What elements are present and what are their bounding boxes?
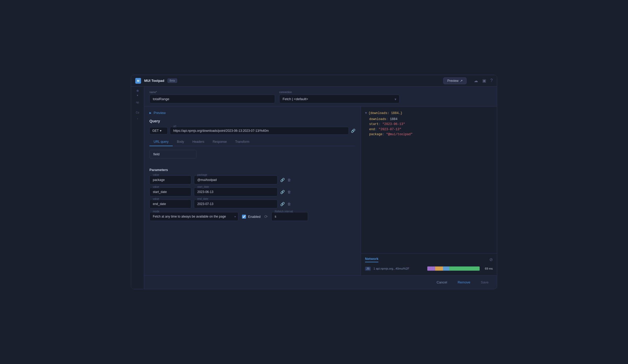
enabled-checkbox[interactable]: Enabled [242,215,261,219]
network-bar-seg-2 [435,266,443,271]
external-link-icon: ↗ [460,79,463,83]
preview-toggle-label: Preview [154,111,166,115]
tab-transform[interactable]: Transform [231,138,254,146]
preview-button[interactable]: Preview ↗ [443,77,467,84]
name-label: name* [149,91,275,94]
tab-body[interactable]: Body [173,138,188,146]
param-1-link-icon[interactable]: 🔗 [280,178,285,182]
monitor-icon[interactable]: ▣ [482,78,486,83]
json-line-2: start: "2023-06-13" [369,122,493,127]
query-title: Query [149,119,355,123]
param-1-actions: 🔗 🗑 [280,178,291,182]
connection-select[interactable]: Fetch | <default> [279,95,400,103]
mode-label: mode [152,210,160,213]
param-2-link-icon[interactable]: 🔗 [280,190,285,194]
network-url: 1 api.npmjs.org...40mui%2F [373,267,425,270]
name-field-group: name* [149,91,275,103]
cancel-button[interactable]: Cancel [433,279,450,286]
app-name: MUI Toolpad [144,79,164,83]
param-2-value-input[interactable] [149,187,191,196]
json-preview: ▼ {downloads: 1884…} downloads: 1884 sta… [361,107,497,253]
url-link-icon[interactable]: 🔗 [351,129,355,133]
params-title: Parameters [149,168,355,172]
tab-url-query[interactable]: URL query [149,138,173,146]
network-bar-seg-1 [427,266,435,271]
right-panel: ▼ {downloads: 1884…} downloads: 1884 sta… [361,107,497,275]
app-logo: M [135,78,141,84]
mode-select-wrapper: mode Fetch at any time to always be avai… [149,212,238,221]
json-collapse-icon[interactable]: ▼ [365,111,367,116]
param-1-name-group: package [194,175,278,184]
refresh-icon[interactable]: ⟳ [264,214,268,219]
json-line-1: downloads: 1884 [369,117,493,122]
param-1-value-group: value [149,175,191,184]
method-select[interactable]: GET ▾ [149,127,168,134]
network-bar [427,266,480,271]
param-row-2: value start_date 🔗 🗑 [149,187,355,196]
refetch-interval-input[interactable] [271,212,308,221]
save-button[interactable]: Save [478,279,492,286]
json-content: downloads: 1884 start: "2023-06-13" end:… [365,117,493,137]
method-arrow: ▾ [160,129,161,133]
name-input[interactable] [149,95,275,103]
param-3-name-input[interactable] [194,200,278,208]
network-time: 69 ms [482,267,493,270]
sidebar-label-np: np [136,101,139,104]
enabled-label: Enabled [248,215,261,219]
network-clear-icon[interactable]: ⊘ [489,257,493,262]
json-collapse-label: {downloads: 1884…} [368,111,402,116]
json-line-3: end: "2023-07-13" [369,127,493,132]
sidebar-chevron-2[interactable]: › [137,117,138,120]
param-2-name-input[interactable] [194,187,278,196]
network-row: JS 1 api.npmjs.org...40mui%2F 69 ms [365,265,493,272]
sidebar-indicator [137,90,139,92]
mode-select[interactable]: Fetch at any time to always be available… [149,212,238,221]
param-1-value-label: value [152,173,160,176]
network-panel: Network ⊘ JS 1 api.npmjs.org...40mui%2F [361,253,497,275]
url-input[interactable] [170,127,349,135]
param-2-actions: 🔗 🗑 [280,190,291,194]
param-3-value-label: value [152,197,160,200]
app-window: M MUI Toolpad Beta Preview ↗ ☁ ▣ ? ▾ np … [131,75,497,289]
param-row-1: value package 🔗 🗑 [149,175,355,184]
cloud-icon[interactable]: ☁ [474,78,478,83]
param-2-name-label: start_date [197,185,210,188]
refetch-interval-label: Refetch interval [274,210,294,213]
preview-toggle[interactable]: ▶ Preview [149,111,355,115]
param-1-delete-icon[interactable]: 🗑 [287,178,291,182]
param-row-3: value end_date 🔗 🗑 [149,200,355,208]
left-editor: ▶ Preview Query GET ▾ url [144,107,361,275]
network-header: Network ⊘ [365,257,493,262]
param-2-delete-icon[interactable]: 🗑 [287,190,291,194]
query-tabs: URL query Body Headers Response Transfor… [149,138,355,146]
top-fields: name* Connection Fetch | <default> ▾ [144,87,497,107]
mode-row: mode Fetch at any time to always be avai… [149,212,355,221]
bottom-bar: Cancel Remove Save [144,275,497,289]
network-title: Network [365,257,378,262]
sidebar-label-con: Co [136,111,139,114]
param-3-value-group: value [149,200,191,208]
enabled-checkbox-input[interactable] [242,215,246,219]
tab-response[interactable]: Response [209,138,231,146]
help-icon[interactable]: ? [490,78,493,83]
network-bar-seg-3 [443,266,449,271]
network-bar-seg-4 [449,266,480,271]
title-bar-icons: ☁ ▣ ? [474,78,493,83]
param-3-value-input[interactable] [149,200,191,208]
param-3-link-icon[interactable]: 🔗 [280,202,285,206]
field-box: field [149,150,197,158]
two-col-layout: ▶ Preview Query GET ▾ url [144,107,497,275]
main-panel: name* Connection Fetch | <default> ▾ [144,87,497,289]
param-1-value-input[interactable] [149,175,191,184]
param-3-delete-icon[interactable]: 🗑 [287,202,291,206]
sidebar-chevron[interactable]: ▾ [137,94,138,97]
connection-field-group: Connection Fetch | <default> ▾ [279,91,400,103]
url-label: url [172,125,177,128]
remove-button[interactable]: Remove [455,279,473,286]
param-2-value-label: value [152,185,160,188]
param-3-name-group: end_date [194,200,278,208]
tab-headers[interactable]: Headers [188,138,208,146]
url-field-wrapper: url [170,127,349,135]
param-1-name-input[interactable] [194,175,278,184]
param-3-actions: 🔗 🗑 [280,202,291,206]
